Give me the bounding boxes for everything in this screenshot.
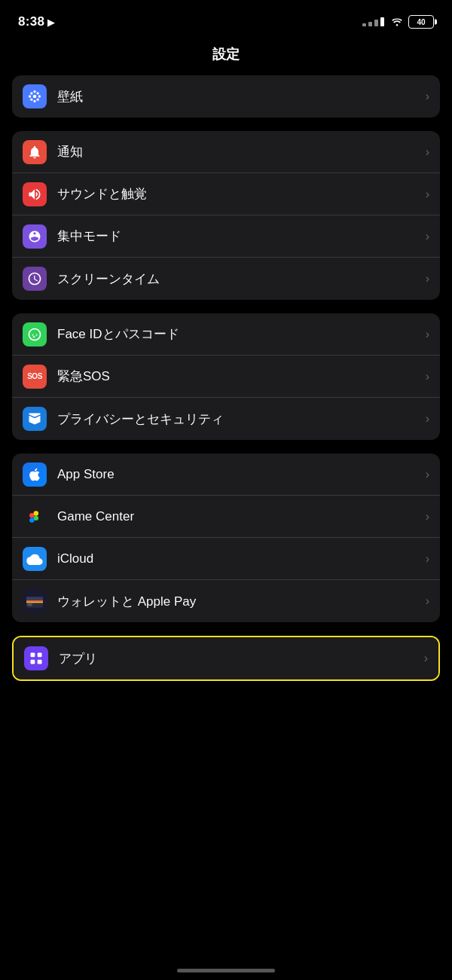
icloud-label: iCloud: [57, 551, 421, 566]
privacy-label: プライバシーとセキュリティ: [57, 411, 421, 428]
settings-row-notifications[interactable]: 通知 ›: [12, 131, 440, 173]
svg-point-2: [33, 100, 35, 102]
page-title: 設定: [0, 39, 452, 75]
focus-chevron: ›: [426, 230, 429, 243]
notifications-icon: [23, 140, 47, 164]
home-indicator: [177, 969, 275, 972]
wifi-icon: [390, 16, 404, 29]
gamecenter-icon: [23, 505, 47, 529]
sos-chevron: ›: [426, 370, 429, 383]
status-icons: 40: [362, 15, 434, 29]
settings-row-wallet[interactable]: ウォレットと Apple Pay ›: [12, 580, 440, 622]
svg-rect-20: [31, 660, 35, 664]
screentime-chevron: ›: [426, 272, 429, 285]
svg-point-4: [38, 95, 41, 97]
settings-row-sounds[interactable]: サウンドと触覚 ›: [12, 173, 440, 215]
sos-label: 緊急SOS: [57, 368, 421, 385]
icloud-icon: [23, 547, 47, 571]
settings-row-faceid[interactable]: Face IDとパスコード ›: [12, 313, 440, 356]
screentime-label: スクリーンタイム: [57, 270, 421, 288]
appstore-icon: [23, 463, 47, 487]
wallet-icon: [23, 589, 47, 613]
svg-point-9: [29, 512, 34, 517]
sos-icon: SOS: [23, 365, 47, 389]
settings-row-screentime[interactable]: スクリーンタイム ›: [12, 258, 440, 300]
svg-point-1: [33, 90, 35, 93]
settings-group-notifications: 通知 › サウンドと触覚 › 集中モード › スクリーンタイム ›: [12, 131, 440, 300]
status-bar: 8:38 ▶ 40: [0, 0, 452, 39]
settings-row-icloud[interactable]: iCloud ›: [12, 538, 440, 580]
svg-point-12: [29, 517, 34, 522]
signal-icon: [362, 17, 384, 26]
svg-rect-18: [31, 653, 35, 658]
settings-group-wallpaper: 壁紙 ›: [12, 75, 440, 118]
settings-group-appli: アプリ ›: [12, 636, 440, 681]
battery-icon: 40: [408, 15, 434, 29]
wallpaper-label: 壁紙: [57, 88, 421, 105]
wallpaper-chevron: ›: [426, 90, 429, 103]
status-time: 8:38: [18, 14, 44, 29]
gamecenter-chevron: ›: [426, 510, 429, 524]
svg-rect-17: [28, 603, 32, 606]
svg-rect-21: [38, 660, 42, 664]
settings-row-privacy[interactable]: プライバシーとセキュリティ ›: [12, 398, 440, 440]
svg-point-8: [36, 98, 38, 100]
svg-point-5: [30, 92, 32, 94]
notifications-label: 通知: [57, 143, 421, 160]
gamecenter-label: Game Center: [57, 509, 421, 524]
settings-row-focus[interactable]: 集中モード ›: [12, 215, 440, 258]
icloud-chevron: ›: [426, 552, 429, 566]
appli-chevron: ›: [424, 652, 428, 665]
svg-point-11: [34, 511, 38, 515]
wallet-chevron: ›: [426, 594, 429, 608]
faceid-chevron: ›: [426, 328, 429, 341]
svg-point-0: [33, 95, 37, 99]
appli-icon: [24, 646, 48, 670]
sounds-icon: [23, 182, 47, 206]
svg-rect-16: [26, 602, 43, 603]
sounds-chevron: ›: [426, 188, 429, 201]
privacy-icon: [23, 407, 47, 431]
faceid-icon: [23, 322, 47, 347]
settings-group-apps: App Store › Game Center › iCloud ›: [12, 453, 440, 622]
location-icon: ▶: [47, 17, 55, 28]
focus-icon: [23, 224, 47, 249]
settings-group-security: Face IDとパスコード › SOS 緊急SOS › プライバシーとセキュリテ…: [12, 313, 440, 440]
appstore-chevron: ›: [426, 468, 429, 481]
svg-rect-14: [26, 597, 43, 601]
svg-rect-19: [38, 653, 42, 658]
svg-point-6: [36, 92, 38, 94]
screentime-icon: [23, 267, 47, 291]
notifications-chevron: ›: [426, 145, 429, 159]
sounds-label: サウンドと触覚: [57, 185, 421, 203]
battery-level: 40: [417, 18, 425, 26]
svg-point-10: [34, 515, 38, 520]
svg-point-7: [30, 98, 32, 100]
wallpaper-icon: [23, 84, 47, 108]
appstore-label: App Store: [57, 467, 421, 482]
settings-row-appli[interactable]: アプリ ›: [14, 637, 438, 679]
settings-row-wallpaper[interactable]: 壁紙 ›: [12, 75, 440, 118]
svg-rect-15: [26, 600, 43, 602]
faceid-label: Face IDとパスコード: [57, 325, 421, 343]
privacy-chevron: ›: [426, 412, 429, 426]
wallet-label: ウォレットと Apple Pay: [57, 593, 421, 610]
settings-row-sos[interactable]: SOS 緊急SOS ›: [12, 356, 440, 398]
appli-label: アプリ: [59, 650, 420, 667]
settings-row-appstore[interactable]: App Store ›: [12, 453, 440, 496]
focus-label: 集中モード: [57, 227, 421, 245]
svg-point-3: [29, 95, 31, 97]
settings-row-gamecenter[interactable]: Game Center ›: [12, 496, 440, 538]
